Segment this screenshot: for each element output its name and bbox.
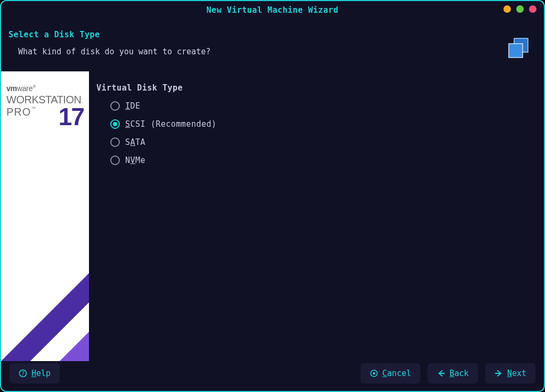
svg-point-8 bbox=[372, 372, 375, 374]
sidebar-decoration bbox=[1, 244, 89, 361]
brand-vmware-text: vmware® bbox=[6, 84, 84, 93]
back-label: Back bbox=[450, 369, 469, 378]
main-panel: Virtual Disk Type IDESCSI (Recommended)S… bbox=[89, 71, 544, 361]
radio-label: IDE bbox=[125, 101, 141, 111]
wizard-window: New Virtual Machine Wizard Select a Disk… bbox=[0, 0, 545, 392]
page-subtitle: What kind of disk do you want to create? bbox=[9, 47, 210, 56]
window-title: New Virtual Machine Wizard bbox=[207, 5, 339, 15]
cancel-button[interactable]: Cancel bbox=[361, 363, 420, 383]
radio-nvme[interactable]: NVMe bbox=[110, 156, 539, 165]
radio-label: NVMe bbox=[125, 156, 145, 165]
svg-text:?: ? bbox=[21, 371, 25, 377]
titlebar: New Virtual Machine Wizard bbox=[1, 1, 544, 19]
vmware-logo: vmware® WORKSTATION PRO™ 17 bbox=[6, 84, 84, 128]
radio-circle-icon bbox=[110, 101, 120, 111]
radio-sata[interactable]: SATA bbox=[110, 137, 539, 147]
disk-type-icon bbox=[506, 30, 533, 63]
wizard-header: Select a Disk Type What kind of disk do … bbox=[1, 19, 544, 71]
arrow-right-icon bbox=[494, 369, 503, 378]
group-title: Virtual Disk Type bbox=[96, 83, 539, 93]
disk-type-radio-group: IDESCSI (Recommended)SATANVMe bbox=[96, 101, 539, 165]
close-button[interactable] bbox=[529, 5, 536, 13]
radio-circle-icon bbox=[110, 137, 120, 147]
help-label: Help bbox=[31, 369, 51, 378]
wizard-footer: ? Help Cancel Back Next bbox=[1, 361, 544, 391]
wizard-body: vmware® WORKSTATION PRO™ 17 Virtual Disk… bbox=[1, 71, 544, 361]
help-icon: ? bbox=[19, 369, 27, 378]
back-button[interactable]: Back bbox=[428, 363, 478, 383]
radio-label: SCSI (Recommended) bbox=[125, 119, 217, 129]
brand-version: 17 bbox=[59, 106, 84, 128]
radio-ide[interactable]: IDE bbox=[110, 101, 539, 111]
cancel-label: Cancel bbox=[383, 369, 411, 378]
maximize-button[interactable] bbox=[516, 5, 524, 13]
brand-pro-text: PRO™ bbox=[6, 106, 36, 118]
radio-label: SATA bbox=[125, 137, 145, 147]
sidebar-brand-panel: vmware® WORKSTATION PRO™ 17 bbox=[1, 71, 89, 361]
window-controls bbox=[503, 5, 536, 13]
svg-rect-1 bbox=[509, 44, 523, 58]
radio-scsi[interactable]: SCSI (Recommended) bbox=[110, 119, 539, 129]
arrow-left-icon bbox=[437, 369, 445, 378]
help-button[interactable]: ? Help bbox=[10, 363, 60, 383]
next-label: Next bbox=[507, 369, 526, 378]
wizard-header-text: Select a Disk Type What kind of disk do … bbox=[9, 30, 210, 56]
radio-circle-icon bbox=[110, 156, 120, 165]
cancel-icon bbox=[370, 369, 378, 378]
radio-circle-icon bbox=[110, 119, 120, 129]
minimize-button[interactable] bbox=[503, 5, 511, 13]
next-button[interactable]: Next bbox=[485, 363, 535, 383]
page-title: Select a Disk Type bbox=[9, 30, 210, 39]
